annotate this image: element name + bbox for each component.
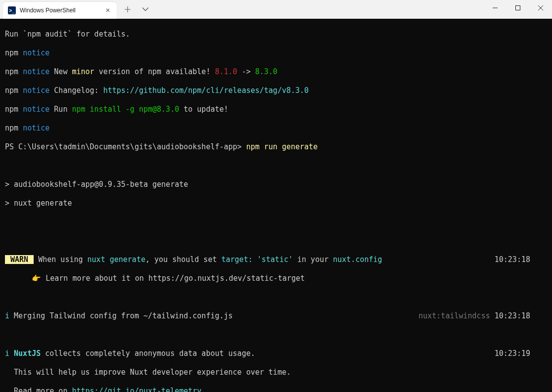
prompt-line: PS C:\Users\tadmin\Documents\gits\audiob…: [5, 142, 552, 152]
output-line: 👉 Learn more about it on https://go.nuxt…: [5, 274, 552, 283]
terminal-output[interactable]: Run `npm audit` for details. npm notice …: [0, 19, 552, 392]
output-line: Run `npm audit` for details.: [5, 30, 552, 39]
tab-actions: [120, 0, 153, 19]
output-line: > nuxt generate: [5, 199, 552, 208]
output-line: i NuxtJS collects completely anonymous d…: [5, 349, 552, 358]
maximize-button[interactable]: [506, 0, 529, 16]
telemetry-link[interactable]: https://git.io/nuxt-telemetry: [72, 387, 201, 392]
powershell-icon: >_: [8, 6, 16, 14]
output-line: [5, 161, 552, 171]
warn-badge: WARN: [5, 255, 34, 264]
output-line: npm notice Changelog: https://github.com…: [5, 86, 552, 95]
tab-powershell[interactable]: >_ Windows PowerShell ✕: [3, 2, 117, 19]
tab-title: Windows PowerShell: [20, 7, 104, 14]
window-controls: [484, 0, 552, 16]
output-line: This will help us improve Nuxt developer…: [5, 368, 552, 377]
timestamp: 10:23:18: [495, 255, 530, 264]
output-line: [5, 236, 552, 246]
timestamp: 10:23:19: [495, 349, 530, 358]
timestamp: nuxt:tailwindcss 10:23:18: [418, 311, 530, 321]
output-line: npm notice: [5, 124, 552, 133]
output-line: [5, 293, 552, 302]
titlebar: >_ Windows PowerShell ✕: [0, 0, 552, 19]
output-line: > audiobookshelf-app@0.9.35-beta generat…: [5, 180, 552, 189]
output-line: [5, 218, 552, 227]
close-tab-icon[interactable]: ✕: [104, 6, 112, 14]
output-line: i Merging Tailwind config from ~/tailwin…: [5, 311, 552, 321]
new-tab-button[interactable]: [120, 2, 136, 17]
output-line: npm notice New minor version of npm avai…: [5, 67, 552, 77]
output-line: [5, 330, 552, 340]
output-line: WARN When using nuxt generate, you shoul…: [5, 255, 552, 264]
svg-rect-0: [516, 6, 520, 10]
tab-dropdown-button[interactable]: [138, 2, 153, 17]
minimize-button[interactable]: [484, 0, 506, 16]
output-line: npm notice Run npm install -g npm@8.3.0 …: [5, 105, 552, 114]
output-line: Read more on https://git.io/nuxt-telemet…: [5, 387, 552, 392]
output-line: npm notice: [5, 48, 552, 58]
close-button[interactable]: [529, 0, 552, 16]
